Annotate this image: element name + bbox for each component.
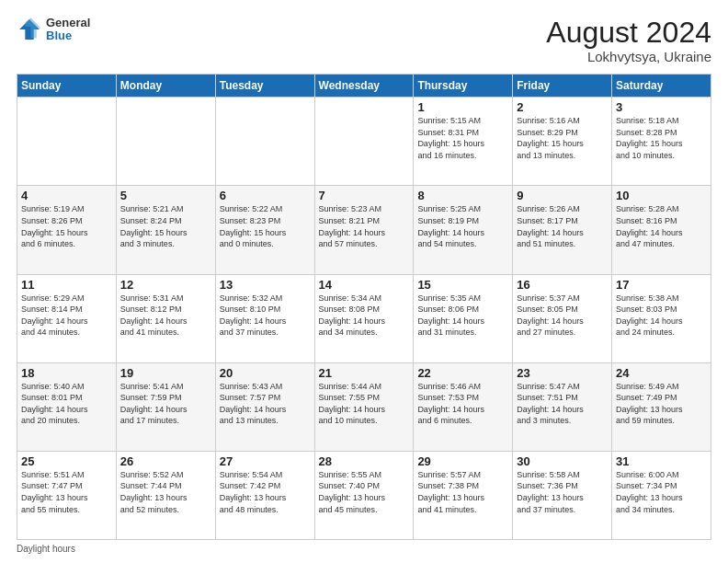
day-info: Sunrise: 5:38 AM Sunset: 8:03 PM Dayligh… (616, 293, 707, 339)
day-number: 30 (517, 454, 608, 468)
page: General Blue August 2024 Lokhvytsya, Ukr… (0, 0, 728, 563)
day-info: Sunrise: 5:22 AM Sunset: 8:23 PM Dayligh… (220, 203, 311, 249)
day-number: 21 (319, 366, 410, 380)
calendar-cell: 17Sunrise: 5:38 AM Sunset: 8:03 PM Dayli… (612, 274, 711, 362)
calendar-header-monday: Monday (116, 75, 215, 98)
generalblue-icon (17, 17, 42, 42)
calendar-cell: 8Sunrise: 5:25 AM Sunset: 8:19 PM Daylig… (414, 186, 513, 274)
logo-blue-text: Blue (46, 29, 90, 42)
day-number: 8 (417, 189, 508, 202)
calendar-cell: 6Sunrise: 5:22 AM Sunset: 8:23 PM Daylig… (215, 186, 314, 274)
day-info: Sunrise: 5:31 AM Sunset: 8:12 PM Dayligh… (120, 293, 211, 339)
day-number: 14 (319, 278, 410, 292)
calendar-cell: 28Sunrise: 5:55 AM Sunset: 7:40 PM Dayli… (314, 451, 414, 539)
calendar-cell: 16Sunrise: 5:37 AM Sunset: 8:05 PM Dayli… (513, 274, 612, 362)
header: General Blue August 2024 Lokhvytsya, Ukr… (17, 17, 711, 64)
day-info: Sunrise: 5:46 AM Sunset: 7:53 PM Dayligh… (417, 381, 508, 427)
day-number: 5 (120, 189, 211, 202)
day-number: 12 (120, 278, 211, 292)
day-info: Sunrise: 5:51 AM Sunset: 7:47 PM Dayligh… (21, 469, 112, 515)
calendar-week-3: 11Sunrise: 5:29 AM Sunset: 8:14 PM Dayli… (17, 274, 711, 362)
calendar-cell: 20Sunrise: 5:43 AM Sunset: 7:57 PM Dayli… (215, 362, 314, 451)
day-info: Sunrise: 5:47 AM Sunset: 7:51 PM Dayligh… (517, 381, 608, 427)
day-number: 23 (517, 366, 608, 380)
calendar-week-4: 18Sunrise: 5:40 AM Sunset: 8:01 PM Dayli… (17, 362, 711, 451)
day-number: 24 (616, 366, 707, 380)
calendar-cell (116, 98, 215, 186)
calendar-cell: 31Sunrise: 6:00 AM Sunset: 7:34 PM Dayli… (612, 451, 711, 539)
calendar-cell: 7Sunrise: 5:23 AM Sunset: 8:21 PM Daylig… (314, 186, 414, 274)
day-number: 18 (21, 366, 112, 380)
day-number: 11 (21, 278, 112, 292)
day-number: 6 (220, 189, 311, 202)
day-info: Sunrise: 5:41 AM Sunset: 7:59 PM Dayligh… (120, 381, 211, 427)
calendar-cell: 18Sunrise: 5:40 AM Sunset: 8:01 PM Dayli… (17, 362, 117, 451)
day-number: 7 (319, 189, 410, 202)
calendar-cell: 23Sunrise: 5:47 AM Sunset: 7:51 PM Dayli… (513, 362, 612, 451)
day-info: Sunrise: 5:19 AM Sunset: 8:26 PM Dayligh… (21, 203, 112, 249)
day-info: Sunrise: 5:54 AM Sunset: 7:42 PM Dayligh… (220, 469, 311, 515)
day-number: 17 (616, 278, 707, 292)
day-info: Sunrise: 5:16 AM Sunset: 8:29 PM Dayligh… (517, 115, 608, 161)
calendar-header-tuesday: Tuesday (215, 75, 314, 98)
day-number: 31 (616, 454, 707, 468)
calendar-cell: 19Sunrise: 5:41 AM Sunset: 7:59 PM Dayli… (116, 362, 215, 451)
day-info: Sunrise: 5:15 AM Sunset: 8:31 PM Dayligh… (417, 115, 508, 161)
calendar-cell (314, 98, 414, 186)
calendar-header-sunday: Sunday (17, 75, 117, 98)
day-number: 28 (319, 454, 410, 468)
day-info: Sunrise: 5:43 AM Sunset: 7:57 PM Dayligh… (220, 381, 311, 427)
day-number: 15 (417, 278, 508, 292)
day-number: 26 (120, 454, 211, 468)
day-info: Sunrise: 5:21 AM Sunset: 8:24 PM Dayligh… (120, 203, 211, 249)
day-info: Sunrise: 5:32 AM Sunset: 8:10 PM Dayligh… (220, 293, 311, 339)
calendar-week-2: 4Sunrise: 5:19 AM Sunset: 8:26 PM Daylig… (17, 186, 711, 274)
logo-general-text: General (46, 17, 90, 29)
calendar-cell: 26Sunrise: 5:52 AM Sunset: 7:44 PM Dayli… (116, 451, 215, 539)
logo: General Blue (17, 17, 90, 43)
day-info: Sunrise: 5:29 AM Sunset: 8:14 PM Dayligh… (21, 293, 112, 339)
calendar-cell (17, 98, 117, 186)
calendar-cell: 15Sunrise: 5:35 AM Sunset: 8:06 PM Dayli… (414, 274, 513, 362)
day-info: Sunrise: 5:35 AM Sunset: 8:06 PM Dayligh… (417, 293, 508, 339)
calendar-table: SundayMondayTuesdayWednesdayThursdayFrid… (17, 74, 711, 540)
day-info: Sunrise: 5:34 AM Sunset: 8:08 PM Dayligh… (319, 293, 410, 339)
day-number: 1 (417, 100, 508, 114)
day-number: 4 (21, 189, 112, 202)
calendar-header-wednesday: Wednesday (314, 75, 414, 98)
calendar-cell: 5Sunrise: 5:21 AM Sunset: 8:24 PM Daylig… (116, 186, 215, 274)
day-info: Sunrise: 5:58 AM Sunset: 7:36 PM Dayligh… (517, 469, 608, 515)
day-number: 29 (417, 454, 508, 468)
calendar-cell: 1Sunrise: 5:15 AM Sunset: 8:31 PM Daylig… (414, 98, 513, 186)
day-info: Sunrise: 5:52 AM Sunset: 7:44 PM Dayligh… (120, 469, 211, 515)
day-info: Sunrise: 5:49 AM Sunset: 7:49 PM Dayligh… (616, 381, 707, 427)
day-number: 19 (120, 366, 211, 380)
footer-note: Daylight hours (17, 544, 711, 554)
calendar-cell: 9Sunrise: 5:26 AM Sunset: 8:17 PM Daylig… (513, 186, 612, 274)
calendar-cell: 13Sunrise: 5:32 AM Sunset: 8:10 PM Dayli… (215, 274, 314, 362)
day-info: Sunrise: 6:00 AM Sunset: 7:34 PM Dayligh… (616, 469, 707, 515)
calendar-cell: 11Sunrise: 5:29 AM Sunset: 8:14 PM Dayli… (17, 274, 117, 362)
day-number: 27 (220, 454, 311, 468)
month-year: August 2024 (546, 17, 711, 49)
day-number: 20 (220, 366, 311, 380)
calendar-cell: 25Sunrise: 5:51 AM Sunset: 7:47 PM Dayli… (17, 451, 117, 539)
calendar-header-saturday: Saturday (612, 75, 711, 98)
calendar-cell: 21Sunrise: 5:44 AM Sunset: 7:55 PM Dayli… (314, 362, 414, 451)
day-info: Sunrise: 5:57 AM Sunset: 7:38 PM Dayligh… (417, 469, 508, 515)
day-info: Sunrise: 5:25 AM Sunset: 8:19 PM Dayligh… (417, 203, 508, 249)
day-info: Sunrise: 5:44 AM Sunset: 7:55 PM Dayligh… (319, 381, 410, 427)
calendar-cell: 4Sunrise: 5:19 AM Sunset: 8:26 PM Daylig… (17, 186, 117, 274)
day-info: Sunrise: 5:37 AM Sunset: 8:05 PM Dayligh… (517, 293, 608, 339)
calendar-header-row: SundayMondayTuesdayWednesdayThursdayFrid… (17, 75, 711, 98)
day-number: 13 (220, 278, 311, 292)
title-block: August 2024 Lokhvytsya, Ukraine (546, 17, 711, 64)
calendar-cell (215, 98, 314, 186)
calendar-cell: 10Sunrise: 5:28 AM Sunset: 8:16 PM Dayli… (612, 186, 711, 274)
calendar-header-thursday: Thursday (414, 75, 513, 98)
logo-text: General Blue (46, 17, 90, 43)
day-number: 16 (517, 278, 608, 292)
day-number: 3 (616, 100, 707, 114)
calendar-cell: 3Sunrise: 5:18 AM Sunset: 8:28 PM Daylig… (612, 98, 711, 186)
day-info: Sunrise: 5:26 AM Sunset: 8:17 PM Dayligh… (517, 203, 608, 249)
